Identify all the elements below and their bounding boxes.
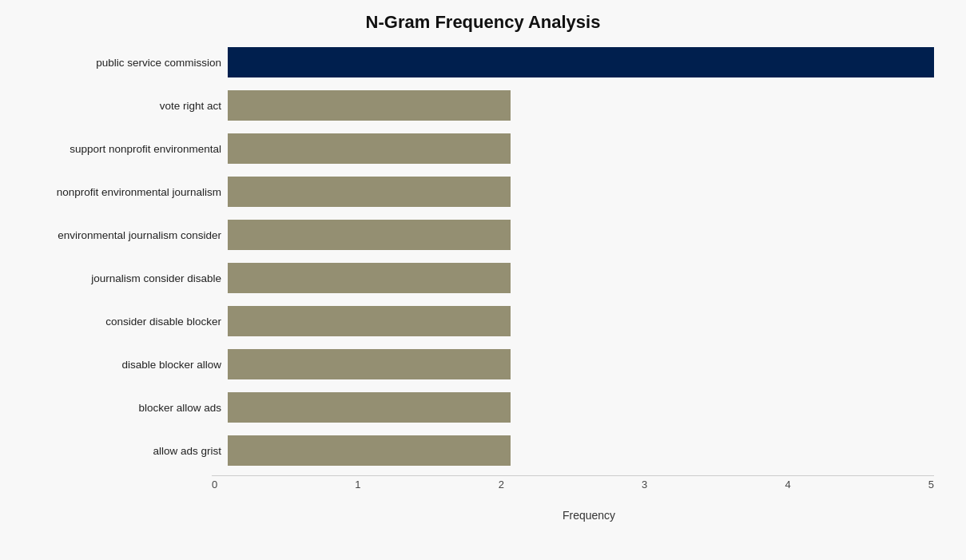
x-tick: 0 <box>212 475 217 490</box>
bar-row: disable blocker allow <box>16 343 934 386</box>
bar-track <box>228 435 934 466</box>
x-tick: 2 <box>499 475 504 490</box>
chart-title: N-Gram Frequency Analysis <box>0 8 966 33</box>
bar-fill <box>228 263 511 293</box>
x-tick: 5 <box>928 475 934 490</box>
bar-label: allow ads grist <box>16 445 228 457</box>
bar-fill <box>228 220 511 250</box>
bar-fill <box>228 435 511 466</box>
bar-track <box>228 47 934 77</box>
bar-row: blocker allow ads <box>16 386 934 429</box>
bar-track <box>228 306 934 336</box>
x-tick: 1 <box>355 475 360 490</box>
bar-label: public service commission <box>16 57 228 69</box>
bar-fill <box>228 349 511 379</box>
bar-row: environmental journalism consider <box>16 213 934 256</box>
bar-label: environmental journalism consider <box>16 229 228 241</box>
bar-label: consider disable blocker <box>16 316 228 328</box>
x-axis-ticks: 012345 <box>212 475 934 490</box>
chart-area: public service commissionvote right acts… <box>0 41 966 472</box>
bar-label: journalism consider disable <box>16 272 228 284</box>
bar-track <box>228 133 934 164</box>
bar-row: consider disable blocker <box>16 300 934 343</box>
bar-label: blocker allow ads <box>16 402 228 414</box>
bar-track <box>228 177 934 207</box>
bar-track <box>228 263 934 293</box>
bar-label: vote right act <box>16 100 228 112</box>
x-axis-label: Frequency <box>212 509 966 522</box>
bar-row: support nonprofit environmental <box>16 127 934 170</box>
bar-row: journalism consider disable <box>16 256 934 300</box>
bar-row: public service commission <box>16 41 934 84</box>
bar-label: support nonprofit environmental <box>16 143 228 155</box>
bar-track <box>228 220 934 250</box>
bar-track <box>228 90 934 121</box>
bar-label: nonprofit environmental journalism <box>16 186 228 198</box>
bar-track <box>228 349 934 379</box>
bar-fill <box>228 392 511 423</box>
bar-row: vote right act <box>16 84 934 127</box>
x-tick: 4 <box>785 475 790 490</box>
bar-fill <box>228 306 511 336</box>
x-tick: 3 <box>642 475 647 490</box>
bar-fill <box>228 177 511 207</box>
bar-fill <box>228 47 934 77</box>
bar-track <box>228 392 934 423</box>
bar-fill <box>228 133 511 164</box>
bar-label: disable blocker allow <box>16 359 228 371</box>
x-axis-container: 012345 <box>212 475 934 507</box>
bar-row: allow ads grist <box>16 429 934 472</box>
bar-row: nonprofit environmental journalism <box>16 170 934 213</box>
chart-container: N-Gram Frequency Analysis public service… <box>0 0 966 560</box>
bar-fill <box>228 90 511 121</box>
